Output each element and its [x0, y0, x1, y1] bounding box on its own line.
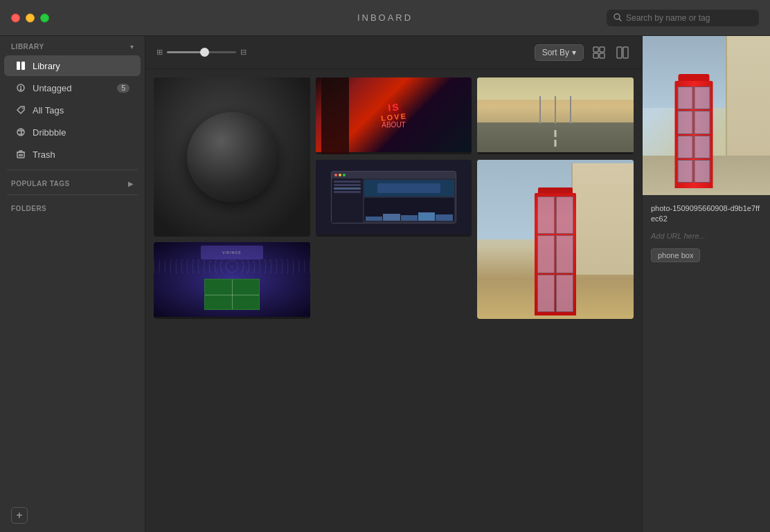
sidebar-item-label: Library — [33, 61, 129, 71]
svg-rect-13 — [593, 47, 598, 52]
popular-tags-section: POPULAR TAGS ▶ — [0, 174, 145, 190]
titlebar: INBOARD — [0, 0, 770, 36]
sidebar-footer: + — [0, 499, 145, 532]
svg-point-6 — [20, 89, 21, 90]
sidebar-item-library[interactable]: Library — [4, 55, 141, 76]
detail-panel: photo-1509095660908-d9b1e7ffec62 Add URL… — [642, 36, 770, 532]
fullscreen-button[interactable] — [40, 13, 49, 22]
svg-rect-15 — [593, 53, 598, 58]
tags-icon — [15, 104, 26, 116]
detail-url-placeholder[interactable]: Add URL here... — [651, 232, 762, 240]
photo-chair[interactable] — [154, 77, 310, 237]
sidebar: LIBRARY ▾ Library Untagged — [0, 36, 145, 532]
main-layout: LIBRARY ▾ Library Untagged — [0, 36, 770, 532]
untagged-badge: 5 — [117, 84, 129, 93]
grid-view-button[interactable] — [591, 44, 607, 61]
add-folder-button[interactable]: + — [11, 507, 28, 524]
sidebar-item-all-tags[interactable]: All Tags — [4, 100, 141, 120]
library-icon — [15, 60, 26, 71]
size-slider[interactable] — [167, 51, 236, 53]
sidebar-item-dribbble[interactable]: Dribbble — [4, 122, 141, 143]
svg-point-7 — [22, 108, 24, 109]
list-view-button[interactable] — [614, 44, 631, 61]
photo-grid: IS LOVE ABOUT — [145, 69, 642, 532]
content-area: ⊞ ⊟ Sort By ▾ — [145, 36, 642, 532]
sidebar-item-label: Dribbble — [33, 127, 129, 138]
library-section-label: LIBRARY — [11, 43, 44, 51]
library-section-arrow[interactable]: ▾ — [130, 43, 134, 51]
close-button[interactable] — [11, 13, 20, 22]
minimize-button[interactable] — [26, 13, 35, 22]
detail-info: photo-1509095660908-d9b1e7ffec62 Add URL… — [643, 195, 770, 532]
sidebar-divider-2 — [7, 194, 138, 195]
sidebar-item-trash[interactable]: Trash — [4, 144, 141, 165]
svg-rect-3 — [21, 62, 25, 70]
svg-rect-18 — [623, 47, 628, 58]
sidebar-item-label: Trash — [33, 149, 129, 160]
app-title: INBOARD — [357, 12, 413, 23]
folders-section: FOLDERS — [0, 199, 145, 215]
sidebar-item-label: Untagged — [33, 83, 111, 93]
size-large-icon: ⊟ — [240, 48, 247, 57]
svg-line-1 — [619, 19, 621, 21]
size-small-icon: ⊞ — [156, 48, 163, 57]
search-input[interactable] — [626, 13, 752, 23]
photo-stadium[interactable]: VIKINGS — [154, 242, 310, 319]
photo-phonebox-grid[interactable] — [477, 160, 634, 319]
sidebar-item-label: All Tags — [33, 105, 129, 116]
svg-rect-2 — [17, 62, 20, 70]
popular-tags-label: POPULAR TAGS — [11, 180, 70, 187]
library-section-header: LIBRARY ▾ — [0, 36, 145, 55]
svg-rect-17 — [617, 47, 622, 58]
svg-rect-16 — [600, 53, 605, 58]
traffic-lights — [11, 13, 49, 22]
size-slider-container: ⊞ ⊟ — [156, 48, 247, 57]
sidebar-item-untagged[interactable]: Untagged 5 — [4, 77, 141, 98]
toolbar: ⊞ ⊟ Sort By ▾ — [145, 36, 642, 69]
popular-tags-arrow[interactable]: ▶ — [128, 180, 134, 187]
folders-label: FOLDERS — [11, 205, 46, 212]
tag-list: phone box — [651, 248, 762, 262]
detail-filename: photo-1509095660908-d9b1e7ffec62 — [651, 203, 762, 225]
svg-rect-14 — [600, 47, 605, 52]
photo-software[interactable] — [316, 160, 472, 237]
dribbble-icon — [15, 127, 26, 138]
untagged-icon — [15, 82, 26, 93]
sidebar-divider-1 — [7, 169, 138, 170]
sort-by-button[interactable]: Sort By ▾ — [535, 44, 584, 61]
photo-man-neon[interactable]: IS LOVE ABOUT — [316, 77, 472, 154]
trash-icon — [15, 149, 26, 160]
search-icon — [614, 13, 622, 23]
detail-image — [643, 36, 770, 195]
tag-chip-phone-box[interactable]: phone box — [651, 248, 700, 262]
photo-street[interactable] — [477, 77, 634, 154]
search-bar[interactable] — [607, 10, 759, 26]
